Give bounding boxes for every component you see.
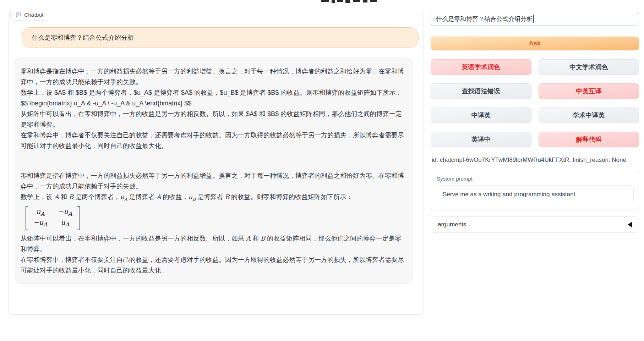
chatbot-panel[interactable]: Chatbot 什么是零和博弈？结合公式介绍分析 零和博弈是指在博弈中，一方的利… bbox=[8, 11, 424, 315]
completion-status-text: id: chatcmpl-6wOo7KrYTwMl89lbrMWRu4UkFFX… bbox=[432, 156, 639, 164]
text-caret bbox=[533, 15, 534, 23]
btn-find-grammar-errors[interactable]: 查找语法错误 bbox=[431, 83, 531, 99]
bot-rendered-math-intro: 数学上，设 A 和 B 是两个博弈者，uA 是博弈者 A 的收益，uB 是博弈者… bbox=[21, 192, 406, 205]
quick-action-grid: 英语学术润色 中文学术润色 查找语法错误 中英互译 中译英 学术中译英 英译中 … bbox=[431, 59, 639, 147]
chatbot-label-text: Chatbot bbox=[24, 12, 43, 18]
bot-raw-formula: $$ \begin{bmatrix} u_A & -u_A \ -u_A & u… bbox=[21, 98, 406, 109]
question-input-value: 什么是零和博弈？结合公式介绍分析 bbox=[436, 15, 533, 23]
btn-explain-code[interactable]: 解释代码 bbox=[539, 132, 639, 147]
btn-english-academic-polish[interactable]: 英语学术润色 bbox=[431, 59, 531, 75]
matrix-cell-21: −uA bbox=[33, 218, 48, 229]
btn-zh-en-mutual-translate[interactable]: 中英互译 bbox=[539, 83, 639, 99]
system-prompt-label: System prompt bbox=[437, 176, 633, 182]
bot-rendered-paragraph-5: 在零和博弈中，博弈者不仅要关注自己的收益，还需要考虑对手的收益。因为一方取得的收… bbox=[21, 254, 406, 276]
bot-raw-paragraph-1: 零和博弈是指在博弈中，一方的利益损失必然等于另一方的利益增益。换言之，对于每一种… bbox=[21, 66, 406, 87]
matrix-left-bracket bbox=[26, 206, 28, 230]
system-prompt-value: Serve me as a writing and programming as… bbox=[443, 191, 577, 198]
user-message-bubble: 什么是零和博弈？结合公式介绍分析 bbox=[22, 27, 419, 48]
paragraph-gap bbox=[21, 151, 406, 170]
matrix-right-bracket bbox=[77, 206, 80, 230]
bot-rendered-paragraph-1: 零和博弈是指在博弈中，一方的利益损失必然等于另一方的利益增益。换言之，对于每一种… bbox=[21, 170, 406, 192]
bot-raw-paragraph-3: 从矩阵中可以看出，在零和博弈中，一方的收益是另一方的相反数。所以，如果 $A$ … bbox=[21, 109, 406, 130]
btn-chinese-academic-polish[interactable]: 中文学术润色 bbox=[539, 59, 639, 75]
question-input[interactable]: 什么是零和博弈？结合公式介绍分析 bbox=[431, 12, 639, 26]
chat-bubble-icon bbox=[15, 12, 21, 18]
accordion-collapsed-icon bbox=[628, 222, 632, 227]
matrix-cell-11: uA bbox=[36, 207, 45, 218]
chatbot-label: Chatbot bbox=[10, 9, 48, 21]
arguments-accordion-label: arguments bbox=[438, 221, 466, 228]
btn-en-to-zh[interactable]: 英译中 bbox=[431, 132, 531, 147]
bot-message-bubble: 零和博弈是指在博弈中，一方的利益损失必然等于另一方的利益增益。换言之，对于每一种… bbox=[14, 57, 413, 284]
bot-rendered-conclusion: 从矩阵中可以看出，在零和博弈中，一方的收益是另一方的相反数。所以，如果 A 和 … bbox=[21, 233, 406, 254]
system-prompt-input[interactable]: Serve me as a writing and programming as… bbox=[437, 185, 634, 203]
app-root: Chatbot 什么是零和博弈？结合公式介绍分析 零和博弈是指在博弈中，一方的利… bbox=[0, 0, 644, 341]
user-message-text: 什么是零和博弈？结合公式介绍分析 bbox=[32, 33, 134, 42]
ask-button[interactable]: Ask bbox=[431, 37, 639, 50]
btn-zh-to-en[interactable]: 中译英 bbox=[431, 108, 531, 123]
control-column: 什么是零和博弈？结合公式介绍分析 Ask 英语学术润色 中文学术润色 查找语法错… bbox=[431, 0, 639, 341]
cropped-page-title bbox=[321, 0, 379, 3]
btn-academic-zh-to-en[interactable]: 学术中译英 bbox=[539, 108, 639, 123]
arguments-accordion[interactable]: arguments bbox=[431, 216, 639, 233]
bot-raw-paragraph-4: 在零和博弈中，博弈者不仅要关注自己的收益，还需要考虑对手的收益。因为一方取得的收… bbox=[21, 130, 406, 151]
bot-raw-paragraph-2: 数学上，设 $A$ 和 $B$ 是两个博弈者，$u_A$ 是博弈者 $A$ 的收… bbox=[21, 87, 406, 98]
system-prompt-group: System prompt Serve me as a writing and … bbox=[431, 171, 639, 210]
matrix-cell-22: uA bbox=[61, 218, 70, 229]
matrix-cell-12: −uA bbox=[58, 207, 72, 218]
payoff-matrix: uA −uA −uA uA bbox=[26, 206, 80, 230]
